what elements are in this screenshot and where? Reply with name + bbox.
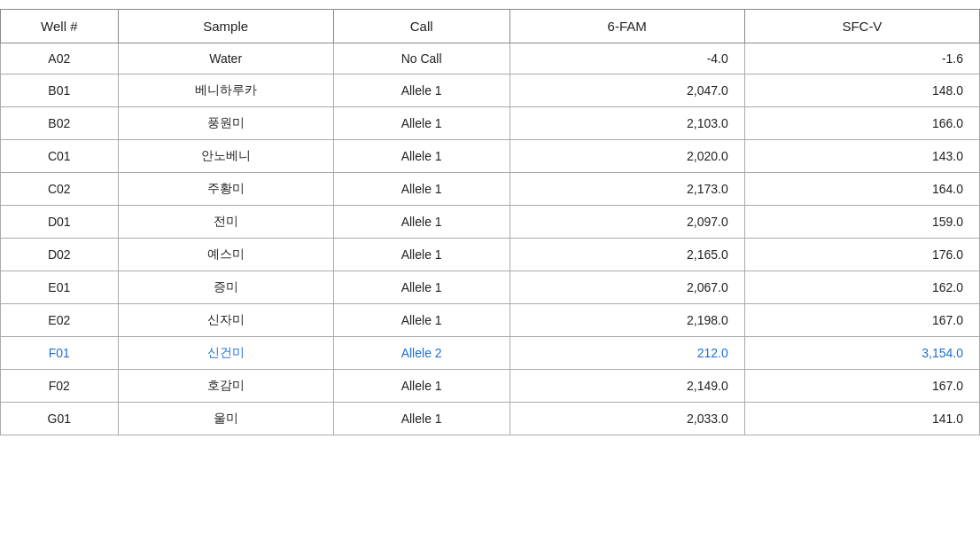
cell-call: Allele 1 [333,304,509,337]
cell-sample: 주황미 [118,173,333,206]
table-row: G01울미Allele 12,033.0141.0 [1,403,980,435]
cell-sfcv: 3,154.0 [744,337,979,370]
header-sample: Sample [118,10,333,43]
cell-call: No Call [333,43,509,74]
cell-call: Allele 1 [333,107,509,140]
cell-sample: 베니하루카 [118,74,333,107]
cell-sfcv: 164.0 [744,173,979,206]
table-row: D01전미Allele 12,097.0159.0 [1,206,980,239]
table-row: B02풍원미Allele 12,103.0166.0 [1,107,980,140]
header-well: Well # [1,10,119,43]
cell-fam: 2,103.0 [509,107,744,140]
cell-call: Allele 1 [333,173,509,206]
table-row: F01신건미Allele 2212.03,154.0 [1,337,980,370]
cell-fam: 2,173.0 [509,173,744,206]
cell-well: B02 [1,107,119,140]
cell-call: Allele 1 [333,74,509,107]
cell-sfcv: 167.0 [744,370,979,403]
cell-fam: 2,067.0 [509,271,744,304]
cell-fam: 2,033.0 [509,403,744,435]
cell-well: C02 [1,173,119,206]
cell-fam: 2,097.0 [509,206,744,239]
cell-fam: 212.0 [509,337,744,370]
cell-sfcv: 166.0 [744,107,979,140]
cell-sample: 예스미 [118,239,333,271]
cell-sfcv: 141.0 [744,403,979,435]
cell-fam: 2,020.0 [509,140,744,173]
cell-sample: Water [118,43,333,74]
cell-fam: 2,149.0 [509,370,744,403]
cell-fam: 2,165.0 [509,239,744,271]
cell-call: Allele 1 [333,370,509,403]
table-container: Well # Sample Call 6-FAM SFC-V A02WaterN… [0,0,980,444]
table-row: F02호감미Allele 12,149.0167.0 [1,370,980,403]
cell-fam: 2,198.0 [509,304,744,337]
table-row: D02예스미Allele 12,165.0176.0 [1,239,980,271]
cell-sfcv: -1.6 [744,43,979,74]
cell-sample: 풍원미 [118,107,333,140]
cell-fam: 2,047.0 [509,74,744,107]
cell-sample: 증미 [118,271,333,304]
data-table: Well # Sample Call 6-FAM SFC-V A02WaterN… [0,9,980,435]
cell-well: G01 [1,403,119,435]
table-header-row: Well # Sample Call 6-FAM SFC-V [1,10,980,43]
cell-sfcv: 176.0 [744,239,979,271]
cell-well: F02 [1,370,119,403]
cell-call: Allele 2 [333,337,509,370]
cell-fam: -4.0 [509,43,744,74]
cell-sample: 신자미 [118,304,333,337]
header-call: Call [333,10,509,43]
cell-well: B01 [1,74,119,107]
cell-sfcv: 162.0 [744,271,979,304]
table-row: E02신자미Allele 12,198.0167.0 [1,304,980,337]
cell-sfcv: 148.0 [744,74,979,107]
cell-sfcv: 143.0 [744,140,979,173]
cell-call: Allele 1 [333,239,509,271]
cell-call: Allele 1 [333,271,509,304]
cell-sfcv: 167.0 [744,304,979,337]
cell-well: A02 [1,43,119,74]
table-row: B01베니하루카Allele 12,047.0148.0 [1,74,980,107]
cell-call: Allele 1 [333,403,509,435]
cell-call: Allele 1 [333,206,509,239]
table-row: C01안노베니Allele 12,020.0143.0 [1,140,980,173]
table-row: A02WaterNo Call-4.0-1.6 [1,43,980,74]
header-fam: 6-FAM [509,10,744,43]
cell-well: E01 [1,271,119,304]
cell-well: C01 [1,140,119,173]
cell-call: Allele 1 [333,140,509,173]
cell-well: D01 [1,206,119,239]
cell-sample: 신건미 [118,337,333,370]
cell-well: F01 [1,337,119,370]
header-sfcv: SFC-V [744,10,979,43]
cell-sample: 호감미 [118,370,333,403]
cell-sample: 안노베니 [118,140,333,173]
cell-sfcv: 159.0 [744,206,979,239]
table-row: C02주황미Allele 12,173.0164.0 [1,173,980,206]
cell-sample: 전미 [118,206,333,239]
cell-well: E02 [1,304,119,337]
cell-well: D02 [1,239,119,271]
table-row: E01증미Allele 12,067.0162.0 [1,271,980,304]
cell-sample: 울미 [118,403,333,435]
